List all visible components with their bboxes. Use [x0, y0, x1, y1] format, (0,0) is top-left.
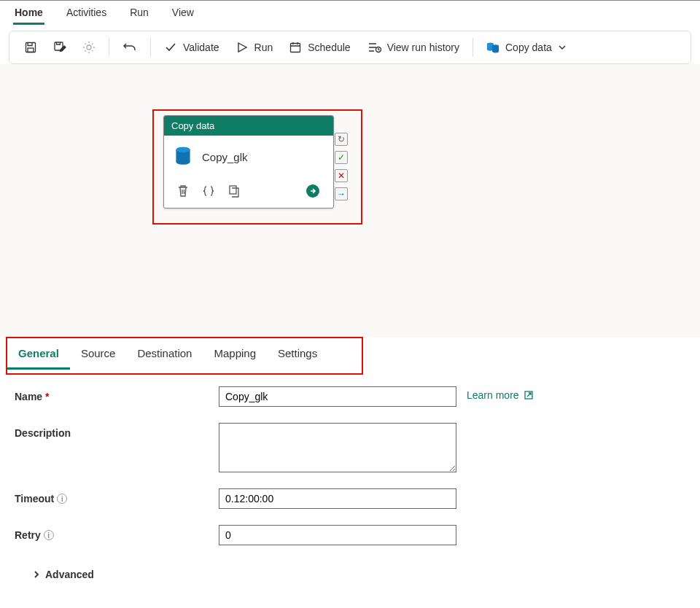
svg-rect-4: [291, 44, 300, 52]
settings-button[interactable]: [77, 38, 101, 57]
braces-icon: [202, 185, 215, 197]
run-activity-button[interactable]: [306, 184, 320, 200]
tab-general[interactable]: General: [7, 338, 70, 370]
name-label: Name: [15, 386, 219, 402]
copy-data-label: Copy data: [505, 42, 552, 53]
undo-button[interactable]: [117, 37, 143, 58]
svg-rect-10: [230, 186, 236, 194]
completion-handle[interactable]: →: [335, 187, 348, 200]
tab-run[interactable]: Run: [128, 1, 150, 25]
run-label: Run: [254, 42, 273, 53]
database-icon: [174, 146, 192, 168]
separator: [472, 38, 473, 57]
copy-data-dropdown[interactable]: Copy data: [481, 38, 572, 57]
toolbar: Validate Run Schedule View run history C…: [9, 31, 691, 64]
activity-side-handles: ↻ ✓ ✕ →: [335, 133, 349, 200]
save-as-button[interactable]: [47, 38, 72, 57]
schedule-button[interactable]: Schedule: [283, 38, 356, 57]
learn-more-label: Learn more: [467, 389, 519, 401]
chevron-down-icon: [558, 43, 567, 52]
tab-activities[interactable]: Activities: [65, 1, 108, 25]
retry-label: Retryi: [15, 525, 219, 541]
success-handle[interactable]: ✓: [335, 151, 348, 164]
code-activity-button[interactable]: [202, 185, 215, 199]
tab-destination[interactable]: Destination: [126, 338, 203, 370]
tab-view[interactable]: View: [171, 1, 195, 25]
trash-icon: [177, 184, 189, 198]
svg-point-9: [176, 147, 190, 152]
undo-icon: [122, 40, 137, 55]
advanced-toggle[interactable]: Advanced: [15, 561, 685, 580]
save-pencil-icon: [53, 41, 66, 54]
play-icon: [236, 41, 249, 54]
copy-icon: [228, 184, 240, 198]
properties-tabs: General Source Destination Mapping Setti…: [7, 338, 693, 370]
tab-mapping[interactable]: Mapping: [203, 338, 267, 370]
timeout-input[interactable]: [219, 488, 456, 509]
description-input[interactable]: [219, 423, 456, 472]
activity-type-label: Copy data: [164, 116, 333, 136]
validate-button[interactable]: Validate: [158, 38, 225, 57]
retry-input[interactable]: [219, 525, 456, 545]
activity-card[interactable]: Copy data Copy_glk: [163, 115, 334, 208]
info-icon[interactable]: i: [44, 530, 54, 540]
learn-more-link[interactable]: Learn more: [467, 386, 534, 401]
validate-label: Validate: [183, 42, 219, 53]
tab-source[interactable]: Source: [70, 338, 127, 370]
database-icon: [486, 41, 499, 54]
delete-activity-button[interactable]: [177, 184, 189, 200]
activity-footer: [164, 178, 333, 208]
timeout-label: Timeouti: [15, 488, 219, 504]
history-icon: [367, 41, 381, 54]
pipeline-canvas[interactable]: Copy data Copy_glk ↻ ✓ ✕ →: [0, 64, 700, 338]
save-button[interactable]: [18, 38, 43, 57]
tab-home[interactable]: Home: [13, 1, 44, 25]
general-form: Name Learn more Description Timeouti Ret…: [7, 370, 693, 580]
svg-rect-1: [28, 48, 34, 52]
activity-body: Copy_glk: [164, 136, 333, 178]
tab-settings[interactable]: Settings: [267, 338, 328, 370]
separator: [150, 38, 151, 57]
description-label: Description: [15, 423, 219, 439]
retry-handle[interactable]: ↻: [335, 133, 348, 146]
check-icon: [164, 41, 177, 54]
run-button[interactable]: Run: [230, 38, 279, 57]
chevron-right-icon: [32, 570, 41, 579]
svg-point-3: [87, 45, 91, 50]
gear-icon: [82, 41, 96, 54]
copy-activity-button[interactable]: [228, 184, 240, 200]
calendar-icon: [289, 41, 302, 54]
info-icon[interactable]: i: [57, 494, 67, 504]
arrow-circle-icon: [306, 184, 320, 198]
properties-panel: General Source Destination Mapping Setti…: [0, 338, 700, 580]
advanced-label: Advanced: [45, 569, 94, 580]
history-label: View run history: [387, 42, 459, 53]
separator: [109, 38, 109, 57]
external-link-icon: [524, 390, 534, 400]
schedule-label: Schedule: [308, 42, 350, 53]
save-icon: [24, 41, 37, 54]
activity-name: Copy_glk: [202, 151, 248, 163]
fail-handle[interactable]: ✕: [335, 169, 348, 182]
history-button[interactable]: View run history: [361, 38, 465, 57]
name-input[interactable]: [219, 386, 456, 407]
top-nav: Home Activities Run View: [0, 0, 700, 25]
